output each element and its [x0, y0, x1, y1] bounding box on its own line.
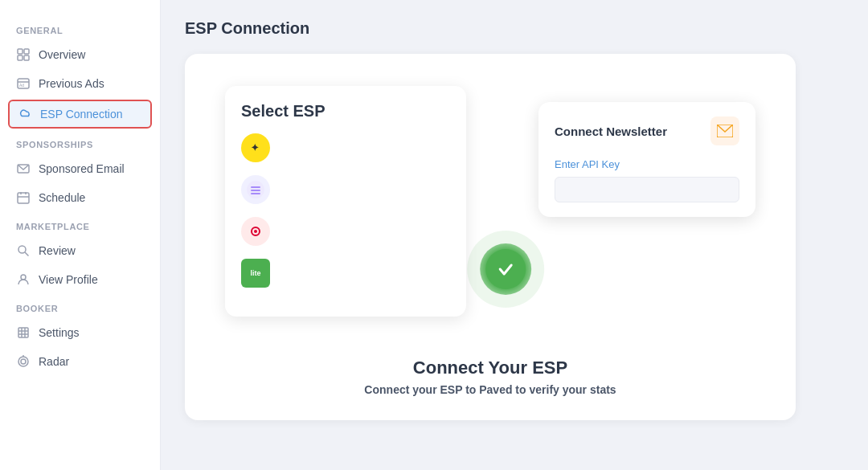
sidebar-section-marketplace: Marketplace [0, 212, 160, 236]
svg-text:✦: ✦ [251, 142, 259, 153]
cloud-icon [18, 107, 32, 121]
svg-point-12 [18, 246, 26, 253]
sidebar-item-sponsored-email-label: Sponsored Email [39, 162, 125, 175]
page-title: ESP Connection [185, 19, 844, 38]
profile-icon [16, 272, 31, 287]
sidebar-section-booker: Booker [0, 294, 160, 318]
connect-newsletter-title: Connect Newsletter [555, 125, 667, 138]
connect-newsletter-header: Connect Newsletter [555, 116, 739, 145]
sidebar-item-previous-ads-label: Previous Ads [39, 77, 104, 90]
svg-point-21 [21, 359, 26, 364]
mailchimp-logo: ✦ [241, 133, 270, 162]
sidebar-item-radar-label: Radar [39, 355, 69, 368]
sidebar-item-settings[interactable]: Settings [0, 318, 160, 347]
calendar-icon [16, 190, 31, 205]
sidebar-item-review[interactable]: Review [0, 236, 160, 265]
svg-rect-1 [24, 49, 29, 54]
sidebar-section-general: General [0, 16, 160, 40]
sidebar-item-schedule-label: Schedule [39, 191, 85, 204]
esp-card-area: Select ESP ✦ [185, 54, 796, 420]
esp-connect-subtitle: Connect your ESP to Paved to verify your… [364, 383, 616, 396]
sidebar-item-radar[interactable]: Radar [0, 347, 160, 376]
search-icon [16, 243, 31, 258]
svg-rect-27 [251, 190, 260, 191]
sidebar-item-schedule[interactable]: Schedule [0, 183, 160, 212]
svg-point-14 [21, 275, 26, 280]
angular-logo [241, 217, 270, 246]
select-esp-card: Select ESP ✦ [225, 86, 466, 317]
api-key-input[interactable] [555, 177, 739, 202]
svg-rect-26 [251, 186, 260, 188]
sidebar-section-sponsorships: Sponsorships [0, 130, 160, 154]
connect-newsletter-card: Connect Newsletter Enter API Key [538, 102, 755, 217]
esp-list-item-stack[interactable] [241, 175, 450, 204]
svg-point-20 [18, 357, 28, 366]
esp-list-item-angular[interactable] [241, 217, 450, 246]
svg-rect-8 [18, 193, 29, 203]
check-circle-inner [485, 249, 526, 289]
svg-point-31 [254, 230, 257, 233]
lite-logo: lite [241, 259, 270, 288]
svg-text:Ad: Ad [19, 83, 24, 88]
esp-illustration: Select ESP ✦ [209, 78, 772, 327]
svg-rect-2 [18, 55, 23, 60]
esp-list-item-lite[interactable]: lite [241, 259, 450, 288]
svg-rect-0 [18, 49, 23, 54]
settings-icon [16, 325, 31, 340]
grid-icon [16, 47, 31, 62]
sidebar-item-view-profile-label: View Profile [39, 273, 98, 286]
sidebar-item-sponsored-email[interactable]: Sponsored Email [0, 154, 160, 183]
stack-logo [241, 175, 270, 204]
sidebar-item-overview-label: Overview [39, 48, 85, 61]
sidebar-item-overview[interactable]: Overview [0, 40, 160, 69]
svg-rect-15 [18, 328, 28, 337]
mail-icon-box [710, 116, 739, 145]
main-content: ESP Connection Select ESP ✦ [161, 0, 868, 470]
svg-rect-28 [251, 193, 260, 194]
sidebar: General Overview Ad Previous Ads [0, 0, 161, 470]
sidebar-item-esp-connection[interactable]: ESP Connection [8, 100, 152, 129]
esp-list-item-mailchimp[interactable]: ✦ [241, 133, 450, 162]
esp-connect-title: Connect Your ESP [364, 358, 616, 378]
sidebar-item-esp-connection-label: ESP Connection [40, 108, 122, 121]
check-circle [480, 243, 531, 295]
sidebar-item-view-profile[interactable]: View Profile [0, 265, 160, 294]
radar-icon [16, 354, 31, 369]
svg-line-13 [25, 252, 29, 256]
email-icon [16, 161, 31, 176]
ad-icon: Ad [16, 76, 31, 91]
sidebar-item-previous-ads[interactable]: Ad Previous Ads [0, 69, 160, 98]
api-key-label: Enter API Key [555, 158, 739, 170]
select-esp-title: Select ESP [241, 102, 450, 121]
sidebar-item-settings-label: Settings [39, 326, 80, 339]
svg-rect-3 [24, 55, 29, 60]
sidebar-item-review-label: Review [39, 244, 76, 257]
esp-bottom-text: Connect Your ESP Connect your ESP to Pav… [364, 358, 616, 396]
